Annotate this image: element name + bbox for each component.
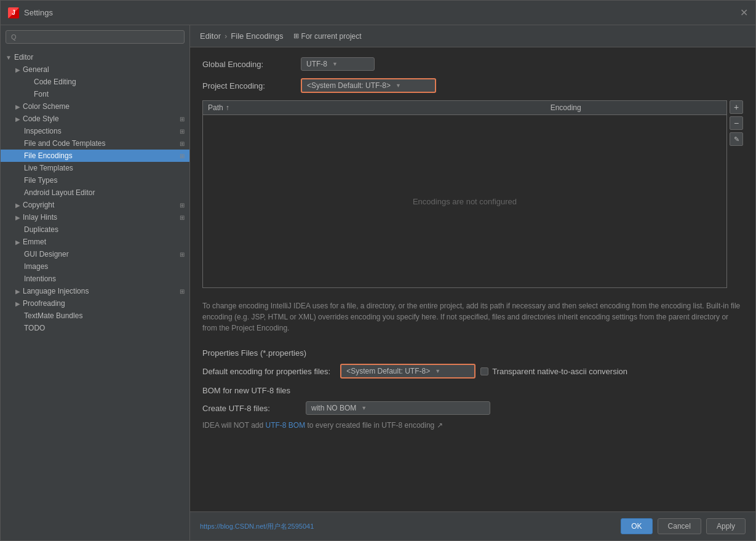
transparent-checkbox[interactable] xyxy=(480,367,488,375)
sidebar-item-code-editing[interactable]: Code Editing xyxy=(1,76,189,88)
sidebar-item-copyright[interactable]: ▶Copyright⊞ xyxy=(1,199,189,211)
default-encoding-dropdown[interactable]: <System Default: UTF-8> ▼ xyxy=(340,364,475,379)
tree-arrow-proofreading: ▶ xyxy=(15,300,20,307)
add-path-button[interactable]: + xyxy=(730,100,743,114)
sidebar-label-general: General xyxy=(23,65,185,74)
encoding-table-wrapper: Path ↑ Encoding Encodings are not config… xyxy=(202,100,743,288)
sidebar-item-android-layout-editor[interactable]: Android Layout Editor xyxy=(1,186,189,199)
content-area: Global Encoding: UTF-8 ▼ Project Encodin… xyxy=(190,47,755,511)
sidebar-item-duplicates[interactable]: Duplicates xyxy=(1,223,189,236)
project-encoding-dropdown[interactable]: <System Default: UTF-8> ▼ xyxy=(301,78,436,93)
sidebar: Q ▼Editor▶GeneralCode EditingFont▶Color … xyxy=(1,25,190,540)
bom-note: IDEA will NOT add UTF-8 BOM to every cre… xyxy=(202,421,743,430)
default-encoding-row: Default encoding for properties files: <… xyxy=(202,364,743,379)
sidebar-item-proofreading[interactable]: ▶Proofreading xyxy=(1,297,189,310)
close-button[interactable]: ✕ xyxy=(740,7,748,18)
apply-button[interactable]: Apply xyxy=(706,518,746,534)
sidebar-item-font[interactable]: Font xyxy=(1,88,189,100)
encoding-column-header[interactable]: Encoding xyxy=(551,103,722,112)
breadcrumb-separator: › xyxy=(225,31,227,41)
project-encoding-label: Project Encoding: xyxy=(202,81,301,90)
sidebar-label-file-types: File Types xyxy=(24,176,185,185)
breadcrumb-project-link[interactable]: ⊞ For current project xyxy=(293,32,362,41)
title-bar: J Settings ✕ xyxy=(1,1,755,25)
bom-link[interactable]: UTF-8 BOM xyxy=(265,421,305,430)
sidebar-label-code-editing: Code Editing xyxy=(34,78,185,86)
sidebar-item-file-encodings[interactable]: File Encodings⊞ xyxy=(1,150,189,162)
encoding-table: Path ↑ Encoding Encodings are not config… xyxy=(202,100,727,288)
sidebar-label-textmate-bundles: TextMate Bundles xyxy=(24,311,185,320)
sidebar-item-inspections[interactable]: Inspections⊞ xyxy=(1,125,189,137)
global-encoding-row: Global Encoding: UTF-8 ▼ xyxy=(202,57,743,71)
breadcrumb: Editor › File Encodings ⊞ For current pr… xyxy=(190,25,755,47)
window-title: Settings xyxy=(24,8,53,17)
breadcrumb-current: File Encodings xyxy=(231,31,283,41)
sidebar-item-gui-designer[interactable]: GUI Designer⊞ xyxy=(1,248,189,260)
properties-section-title: Properties Files (*.properties) xyxy=(202,348,743,358)
ok-button[interactable]: OK xyxy=(621,518,652,534)
search-box[interactable]: Q xyxy=(6,30,185,44)
sidebar-item-color-scheme[interactable]: ▶Color Scheme xyxy=(1,100,189,113)
tree-arrow-emmet: ▶ xyxy=(15,239,20,246)
remove-path-button[interactable]: − xyxy=(730,116,743,130)
cancel-button[interactable]: Cancel xyxy=(658,518,701,534)
sidebar-item-live-templates[interactable]: Live Templates xyxy=(1,162,189,174)
table-header: Path ↑ Encoding xyxy=(203,101,726,115)
sidebar-item-file-types[interactable]: File Types xyxy=(1,174,189,186)
sidebar-badge-file-encodings: ⊞ xyxy=(180,153,185,159)
sidebar-label-gui-designer: GUI Designer xyxy=(24,250,177,258)
app-icon: J xyxy=(8,7,19,18)
sidebar-label-color-scheme: Color Scheme xyxy=(23,102,185,111)
bom-note-post: to every created file in UTF-8 encoding … xyxy=(308,421,443,430)
tree-arrow-copyright: ▶ xyxy=(15,202,20,209)
create-utf8-dropdown[interactable]: with NO BOM ▼ xyxy=(306,401,490,415)
sidebar-badge-language-injections: ⊞ xyxy=(180,288,185,295)
sidebar-label-proofreading: Proofreading xyxy=(23,299,185,308)
sidebar-label-emmet: Emmet xyxy=(23,238,185,246)
sidebar-item-images[interactable]: Images xyxy=(1,260,189,273)
sidebar-badge-inlay-hints: ⊞ xyxy=(180,214,185,221)
sidebar-label-images: Images xyxy=(24,262,185,271)
sidebar-item-todo[interactable]: TODO xyxy=(1,322,189,334)
sort-icon: ↑ xyxy=(226,103,229,112)
sidebar-label-copyright: Copyright xyxy=(23,201,177,209)
global-encoding-dropdown[interactable]: UTF-8 ▼ xyxy=(301,57,375,71)
sidebar-label-todo: TODO xyxy=(24,324,185,332)
global-encoding-label: Global Encoding: xyxy=(202,60,301,69)
tree-arrow-code-style: ▶ xyxy=(15,116,20,122)
path-label: Path xyxy=(208,103,223,112)
sidebar-item-intentions[interactable]: Intentions xyxy=(1,273,189,285)
sidebar-label-duplicates: Duplicates xyxy=(24,225,185,234)
create-utf8-value: with NO BOM xyxy=(311,404,356,412)
sidebar-item-code-style[interactable]: ▶Code Style⊞ xyxy=(1,113,189,125)
tree-arrow-language-injections: ▶ xyxy=(15,288,20,295)
sidebar-item-general[interactable]: ▶General xyxy=(1,63,189,76)
sidebar-label-intentions: Intentions xyxy=(24,275,185,283)
dropdown-arrow-default: ▼ xyxy=(435,368,440,374)
sidebar-tree: ▼Editor▶GeneralCode EditingFont▶Color Sc… xyxy=(1,49,189,337)
edit-path-button[interactable]: ✎ xyxy=(730,132,743,146)
dropdown-arrow-global: ▼ xyxy=(332,61,338,67)
transparent-checkbox-area: Transparent native-to-ascii conversion xyxy=(480,367,627,376)
path-column-header[interactable]: Path ↑ xyxy=(208,103,551,112)
search-icon: Q xyxy=(11,33,17,41)
sidebar-item-emmet[interactable]: ▶Emmet xyxy=(1,236,189,248)
sidebar-item-editor-root[interactable]: ▼Editor xyxy=(1,51,189,63)
sidebar-item-inlay-hints[interactable]: ▶Inlay Hints⊞ xyxy=(1,211,189,223)
global-encoding-value: UTF-8 xyxy=(306,60,327,68)
tree-arrow-inlay-hints: ▶ xyxy=(15,214,20,221)
create-utf8-row: Create UTF-8 files: with NO BOM ▼ xyxy=(202,401,743,415)
default-encoding-value: <System Default: UTF-8> xyxy=(346,367,430,375)
sidebar-label-editor-root: Editor xyxy=(14,53,185,62)
breadcrumb-parent[interactable]: Editor xyxy=(200,31,221,41)
transparent-label: Transparent native-to-ascii conversion xyxy=(492,367,627,376)
sidebar-item-language-injections[interactable]: ▶Language Injections⊞ xyxy=(1,285,189,297)
tree-arrow-general: ▶ xyxy=(15,66,20,73)
sidebar-item-textmate-bundles[interactable]: TextMate Bundles xyxy=(1,310,189,322)
bom-note-pre: IDEA will NOT add xyxy=(202,421,265,430)
sidebar-label-file-encodings: File Encodings xyxy=(24,151,177,160)
sidebar-item-file-and-code-templates[interactable]: File and Code Templates⊞ xyxy=(1,137,189,150)
sidebar-badge-code-style: ⊞ xyxy=(180,116,185,122)
default-encoding-label: Default encoding for properties files: xyxy=(202,367,330,376)
sidebar-label-code-style: Code Style xyxy=(23,114,177,123)
